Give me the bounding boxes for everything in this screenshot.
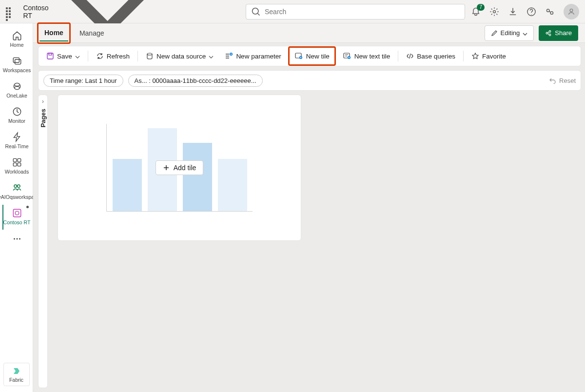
workspaces-icon	[12, 56, 22, 66]
svg-point-0	[253, 8, 259, 14]
new-tile-button[interactable]: New tile	[291, 50, 333, 62]
rail-label: Workspaces	[3, 67, 31, 73]
undo-icon	[549, 77, 556, 84]
pencil-icon	[491, 30, 498, 37]
chevron-down-icon	[523, 31, 527, 36]
notifications-icon[interactable]: 7	[471, 7, 481, 17]
share-button[interactable]: Share	[539, 25, 578, 41]
base-queries-label: Base queries	[417, 53, 455, 60]
rail-workspace-custom[interactable]: myAIOqsworkspace	[2, 179, 31, 204]
rail-workspaces[interactable]: Workspaces	[2, 53, 31, 77]
app-launcher-icon[interactable]	[6, 7, 12, 16]
pages-panel-toggle[interactable]: › Pages	[38, 95, 48, 388]
svg-point-5	[570, 9, 573, 12]
dashboard-canvas[interactable]: Add tile	[52, 95, 581, 388]
tab-home[interactable]: Home	[39, 25, 68, 41]
search-input[interactable]	[265, 8, 460, 16]
rail-label: Workloads	[5, 169, 29, 175]
base-queries-button[interactable]: Base queries	[402, 50, 459, 62]
realtime-icon	[12, 132, 22, 142]
rail-home[interactable]: Home	[2, 27, 31, 52]
left-nav-rail: Home Workspaces OneLake Monitor Real-Tim…	[0, 23, 33, 392]
svg-rect-10	[13, 159, 17, 162]
fabric-switcher[interactable]: Fabric	[3, 363, 30, 386]
svg-point-20	[19, 238, 20, 239]
main-area: Home Manage Editing Share Save	[33, 23, 585, 392]
dashboard-icon	[12, 208, 22, 218]
refresh-button[interactable]: Refresh	[92, 50, 134, 62]
pages-label: Pages	[39, 109, 47, 127]
favorite-button[interactable]: Favorite	[468, 50, 510, 62]
svg-point-4	[550, 11, 553, 14]
refresh-label: Refresh	[107, 53, 130, 60]
command-toolbar: Save Refresh New data source New paramet…	[38, 46, 581, 66]
search-icon	[251, 7, 261, 17]
placeholder-tile[interactable]: Add tile	[58, 95, 301, 241]
rail-more[interactable]	[2, 231, 31, 248]
rail-label: Home	[10, 42, 23, 48]
tab-manage[interactable]: Manage	[78, 25, 105, 41]
tile-icon	[294, 52, 303, 60]
svg-point-26	[147, 53, 152, 55]
database-icon	[146, 52, 154, 60]
code-icon	[406, 52, 414, 60]
time-range-chip[interactable]: Time range: Last 1 hour	[43, 75, 123, 87]
workspace-name: Contoso RT	[23, 4, 50, 20]
new-parameter-button[interactable]: New parameter	[220, 50, 285, 62]
chevron-down-icon	[209, 54, 214, 59]
rail-monitor[interactable]: Monitor	[2, 103, 31, 128]
share-label: Share	[555, 29, 572, 37]
svg-rect-11	[18, 159, 21, 162]
filter-bar: Time range: Last 1 hour As... : 0000aaaa…	[38, 70, 581, 91]
svg-rect-13	[18, 163, 21, 166]
save-icon	[46, 52, 54, 60]
favorite-label: Favorite	[482, 53, 506, 60]
new-data-source-button[interactable]: New data source	[142, 50, 217, 62]
user-avatar[interactable]	[564, 4, 579, 20]
asof-chip[interactable]: As... : 0000aaaa-11bb-cccc-dd22-eeeeee..…	[128, 75, 263, 87]
help-icon[interactable]	[526, 7, 536, 17]
feedback-icon[interactable]	[545, 7, 555, 17]
rail-contoso-rt[interactable]: Contoso RT	[2, 205, 31, 229]
settings-icon[interactable]	[489, 7, 499, 17]
rail-label: Contoso RT	[3, 219, 31, 225]
editing-label: Editing	[501, 29, 520, 37]
svg-point-23	[546, 32, 548, 34]
svg-rect-16	[13, 210, 20, 217]
add-tile-label: Add tile	[174, 164, 196, 172]
save-button[interactable]: Save	[42, 50, 84, 62]
add-tile-button[interactable]: Add tile	[156, 160, 204, 175]
global-search[interactable]	[246, 4, 465, 20]
svg-point-14	[14, 185, 17, 188]
svg-point-19	[16, 238, 18, 239]
new-data-source-label: New data source	[156, 53, 206, 60]
reset-label: Reset	[559, 77, 576, 84]
star-icon	[471, 52, 479, 60]
svg-rect-6	[13, 58, 19, 62]
rail-label: Real-Time	[5, 143, 28, 149]
new-text-tile-button[interactable]: New text tile	[339, 50, 394, 62]
svg-rect-25	[49, 53, 52, 55]
rail-realtime[interactable]: Real-Time	[2, 129, 31, 153]
new-tile-label: New tile	[306, 53, 330, 60]
rail-label: Monitor	[8, 118, 25, 124]
people-icon	[12, 182, 22, 193]
rail-label: OneLake	[6, 93, 27, 98]
top-header: Contoso RT 7	[0, 0, 585, 23]
fabric-icon	[12, 366, 21, 376]
download-icon[interactable]	[508, 7, 518, 17]
reset-filters-button[interactable]: Reset	[549, 77, 576, 84]
svg-point-17	[15, 212, 19, 216]
parameter-icon	[224, 52, 233, 60]
editing-mode-button[interactable]: Editing	[485, 25, 534, 41]
rail-workloads[interactable]: Workloads	[2, 154, 31, 178]
unsaved-dot-icon	[26, 206, 29, 208]
svg-point-15	[17, 185, 20, 188]
workloads-icon	[12, 157, 22, 168]
svg-point-18	[14, 238, 15, 239]
notification-badge: 7	[477, 4, 485, 11]
svg-rect-12	[13, 163, 17, 166]
chevron-down-icon	[75, 54, 80, 59]
new-text-tile-label: New text tile	[354, 53, 390, 60]
rail-onelake[interactable]: OneLake	[2, 78, 31, 102]
